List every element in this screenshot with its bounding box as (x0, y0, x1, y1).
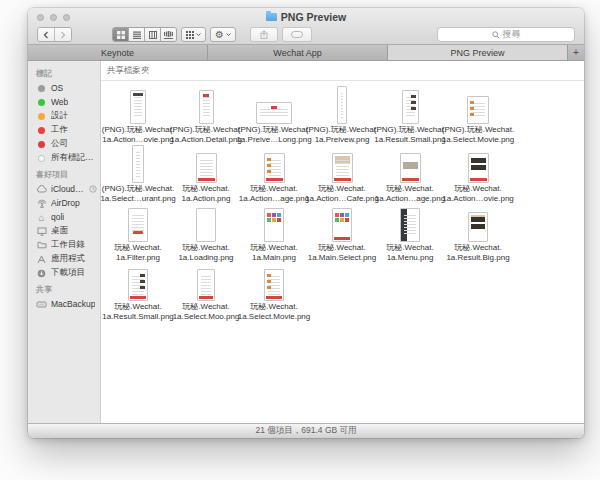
sidebar-item-公司[interactable]: 公司 (28, 137, 100, 151)
file-name-line1: 玩秘.Wechat. (318, 244, 365, 252)
chevron-down-icon (196, 33, 201, 36)
arrange-menu-button[interactable] (181, 27, 206, 42)
file-thumbnail (199, 84, 214, 124)
back-button[interactable] (38, 28, 54, 41)
chevron-down-icon (226, 33, 231, 36)
traffic-lights (37, 14, 70, 21)
file-thumbnail (467, 84, 489, 124)
action-menu-button[interactable]: ⚙ (210, 27, 236, 42)
sidebar-item-桌面[interactable]: 桌面 (28, 224, 100, 238)
sidebar-item-iCloudDri[interactable]: iCloud Dri… (28, 182, 100, 196)
file-item[interactable]: 玩秘.Wechat.1a.Result.Big.png (444, 202, 512, 261)
file-item[interactable]: 玩秘.Wechat.1a.Action…age.png (376, 143, 444, 202)
file-name-line1: (PNG).玩秘.Wechat. (102, 126, 174, 134)
file-grid: (PNG).玩秘.Wechat.1a.Action…ovie.png(PNG).… (101, 81, 584, 320)
tag-dot-icon (36, 127, 47, 134)
sidebar-item-AirDrop[interactable]: AirDrop (28, 196, 100, 210)
folder-icon (266, 13, 277, 21)
file-item[interactable]: 玩秘.Wechat.1a.Main.Select.png (308, 202, 376, 261)
sidebar-item-label: 應用程式 (51, 253, 85, 265)
file-name-line1: (PNG).玩秘.Wechat. (102, 185, 174, 193)
file-thumbnail (130, 84, 146, 124)
main-area: 標記OSWeb設計工作公司所有標記…喜好項目iCloud Dri…AirDrop… (28, 61, 584, 423)
sidebar-item-MacBackup[interactable]: MacBackup (28, 297, 100, 311)
file-item[interactable]: 玩秘.Wechat.1a.Filter.png (104, 202, 172, 261)
sidebar-item-label: qoli (51, 212, 64, 222)
file-item[interactable]: 玩秘.Wechat.1a.Action…Cafe.png (308, 143, 376, 202)
tag-dot-icon (36, 113, 47, 120)
png-thumbnail-icon (468, 153, 489, 183)
file-item[interactable]: 玩秘.Wechat.1a.Loading.png (172, 202, 240, 261)
icon-view-button[interactable] (113, 28, 128, 41)
file-name-line2: 1a.Select.Moo.png (173, 313, 240, 321)
file-item[interactable]: 玩秘.Wechat.1a.Select.Moo.png (172, 261, 240, 320)
file-thumbnail (196, 143, 217, 183)
sidebar-item-應用程式[interactable]: 應用程式 (28, 252, 100, 266)
close-button[interactable] (37, 14, 44, 21)
tab-keynote[interactable]: Keynote (28, 45, 208, 60)
file-thumbnail (400, 202, 420, 242)
icon-view-icon (117, 31, 125, 39)
search-input[interactable]: 搜尋 (437, 27, 575, 42)
tab-png-preview[interactable]: PNG Preview (388, 45, 568, 60)
sidebar-item-label: 桌面 (51, 225, 68, 237)
tag-dot-icon (36, 99, 47, 106)
file-thumbnail (256, 84, 292, 124)
toolbar: ⚙ 搜尋 (28, 25, 584, 44)
window-title: PNG Preview (281, 11, 346, 23)
tag-capsule-icon (291, 31, 303, 38)
sidebar-item-label: 工作目錄 (51, 239, 85, 251)
file-item[interactable]: (PNG).玩秘.Wechat.1a.Select.Movie.png (444, 84, 512, 143)
sidebar-item-所有標記[interactable]: 所有標記… (28, 151, 100, 165)
sidebar-item-label: Web (51, 97, 68, 107)
file-item[interactable]: (PNG).玩秘.Wechat.1a.Action.Detail.png (172, 84, 240, 143)
png-thumbnail-icon (400, 208, 420, 242)
png-thumbnail-icon (196, 153, 217, 183)
sidebar-item-Web[interactable]: Web (28, 95, 100, 109)
png-thumbnail-icon (264, 269, 284, 301)
column-view-button[interactable] (144, 28, 160, 41)
file-item[interactable]: (PNG).玩秘.Wechat.1a.Select…urant.png (104, 143, 172, 202)
sidebar-item-設計[interactable]: 設計 (28, 109, 100, 123)
coverflow-view-button[interactable] (160, 28, 176, 41)
file-item[interactable]: (PNG).玩秘.Wechat.1a.Result.Small.png (376, 84, 444, 143)
file-name-line1: 玩秘.Wechat. (454, 185, 501, 193)
file-item[interactable]: 玩秘.Wechat.1a.Action…age.png (240, 143, 308, 202)
png-thumbnail-icon (468, 212, 488, 242)
file-item[interactable]: 玩秘.Wechat.1a.Action.png (172, 143, 240, 202)
file-item[interactable]: 玩秘.Wechat.1a.Action…ovie.png (444, 143, 512, 202)
file-item[interactable]: 玩秘.Wechat.1a.Select.Movie.png (240, 261, 308, 320)
tab-wechat-app[interactable]: Wechat App (208, 45, 388, 60)
png-thumbnail-icon (132, 145, 144, 183)
sidebar-item-下載項目[interactable]: 下載項目 (28, 266, 100, 280)
share-button[interactable] (250, 27, 278, 42)
forward-button[interactable] (54, 28, 71, 41)
home-icon: ⌂ (36, 213, 47, 222)
file-item[interactable]: 玩秘.Wechat.1a.Menu.png (376, 202, 444, 261)
sidebar-item-label: OS (51, 83, 63, 93)
sidebar-item-工作目錄[interactable]: 工作目錄 (28, 238, 100, 252)
sidebar-item-工作[interactable]: 工作 (28, 123, 100, 137)
sidebar-item-qoli[interactable]: ⌂qoli (28, 210, 100, 224)
file-name-line1: (PNG).玩秘.Wechat. (442, 126, 514, 134)
tag-ring-icon (36, 155, 47, 162)
file-thumbnail (264, 261, 284, 301)
file-item[interactable]: 玩秘.Wechat.1a.Result.Small.png (104, 261, 172, 320)
file-item[interactable]: (PNG).玩秘.Wechat.1a.Action…ovie.png (104, 84, 172, 143)
file-item[interactable]: 玩秘.Wechat.1a.Main.png (240, 202, 308, 261)
tags-button[interactable] (282, 27, 312, 42)
list-view-button[interactable] (128, 28, 144, 41)
minimize-button[interactable] (50, 14, 57, 21)
sidebar: 標記OSWeb設計工作公司所有標記…喜好項目iCloud Dri…AirDrop… (28, 61, 101, 423)
list-view-icon (133, 31, 141, 39)
file-item[interactable]: (PNG).玩秘.Wechat.1a.Preivew.png (308, 84, 376, 143)
zoom-button[interactable] (63, 14, 70, 21)
sidebar-section-header: 標記 (28, 64, 100, 81)
new-tab-button[interactable]: + (568, 45, 584, 60)
sidebar-item-OS[interactable]: OS (28, 81, 100, 95)
file-thumbnail (402, 84, 419, 124)
view-mode-segmented-control (112, 27, 177, 42)
png-thumbnail-icon (400, 153, 421, 183)
file-item[interactable]: (PNG).玩秘.Wechat.1a.Preive…Long.png (240, 84, 308, 143)
download-icon (36, 269, 47, 278)
